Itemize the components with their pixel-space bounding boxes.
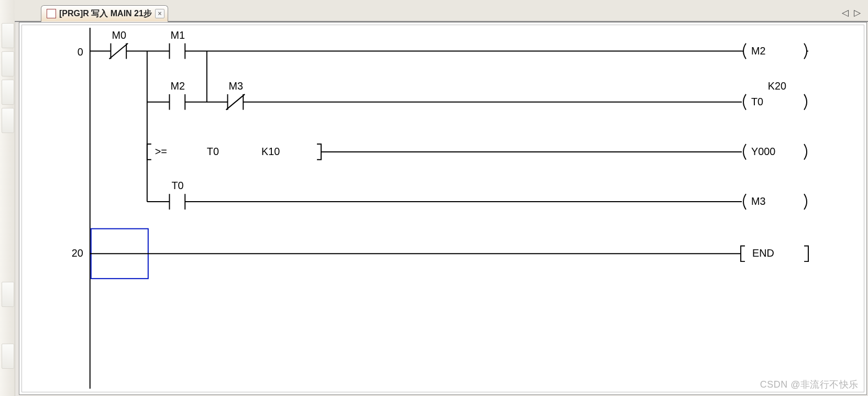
tab-title: [PRG]R 写入 MAIN 21步 <box>59 8 152 19</box>
left-toolbar-slot[interactable] <box>2 344 14 369</box>
coil-y000[interactable]: Y000 <box>743 144 807 160</box>
left-toolbar-slot[interactable] <box>2 108 14 133</box>
coil-label: Y000 <box>751 146 775 157</box>
coil-label: T0 <box>751 96 763 107</box>
program-icon <box>47 9 56 18</box>
tab-close-button[interactable]: × <box>155 9 164 18</box>
contact-no-m1[interactable]: M1 <box>169 29 185 59</box>
compare-op: >= <box>155 146 167 157</box>
left-toolbar <box>0 0 15 396</box>
rung-row: >= T0 K10 Y000 <box>147 144 807 160</box>
compare-b: K10 <box>261 146 280 157</box>
contact-no-m2[interactable]: M2 <box>169 80 185 110</box>
rung-row: M2 M3 K20 T0 <box>147 80 807 110</box>
step-number: 0 <box>78 46 83 58</box>
tab-main-program[interactable]: [PRG]R 写入 MAIN 21步 × <box>41 5 168 23</box>
rung-row: T0 M3 <box>147 180 807 210</box>
tab-strip: [PRG]R 写入 MAIN 21步 × ◁ ▷ <box>15 0 868 22</box>
ladder-editor[interactable]: 0 M0 <box>19 22 867 395</box>
step-number: 20 <box>72 247 83 259</box>
coil-m2[interactable]: M2 <box>743 43 807 59</box>
svg-line-16 <box>226 94 245 110</box>
compare-ge-t0-k10[interactable]: >= T0 K10 <box>147 144 321 160</box>
coil-label: M2 <box>751 45 766 57</box>
left-toolbar-slot[interactable] <box>2 23 14 48</box>
rung-row: M0 M1 M2 <box>90 29 808 59</box>
tab-nav-next-icon[interactable]: ▷ <box>854 7 861 18</box>
contact-label: M0 <box>112 29 126 41</box>
instruction-label: END <box>752 247 774 259</box>
timer-preset: K20 <box>768 80 786 92</box>
contact-nc-m3[interactable]: M3 <box>226 80 245 110</box>
left-toolbar-slot[interactable] <box>2 80 14 105</box>
ladder-canvas[interactable]: 0 M0 <box>22 25 864 392</box>
contact-nc-m0[interactable]: M0 <box>109 29 128 59</box>
svg-line-3 <box>109 43 128 59</box>
ladder-canvas-frame: 0 M0 <box>21 25 864 392</box>
coil-m3[interactable]: M3 <box>743 194 807 210</box>
tab-nav: ◁ ▷ <box>842 7 861 18</box>
contact-label: M2 <box>170 80 185 92</box>
watermark: CSDN @非流行不快乐 <box>760 378 859 391</box>
left-toolbar-slot[interactable] <box>2 51 14 76</box>
contact-label: T0 <box>171 180 183 191</box>
coil-t0[interactable]: T0 <box>743 94 807 110</box>
compare-a: T0 <box>207 146 219 157</box>
instruction-end[interactable]: END <box>741 246 808 261</box>
app-window: × [PRG]R 写入 MAIN 21步 × ◁ ▷ 0 <box>0 0 868 396</box>
contact-label: M1 <box>170 29 185 41</box>
coil-label: M3 <box>751 195 766 207</box>
tab-nav-prev-icon[interactable]: ◁ <box>842 7 849 18</box>
left-toolbar-slot[interactable] <box>2 282 14 307</box>
contact-no-t0[interactable]: T0 <box>169 180 185 210</box>
contact-label: M3 <box>229 80 244 92</box>
